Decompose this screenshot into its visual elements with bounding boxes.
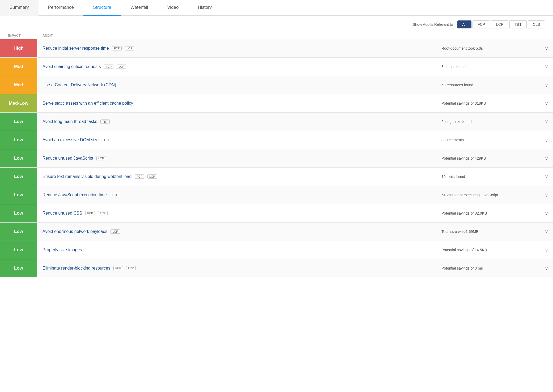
tab-waterfall[interactable]: Waterfall xyxy=(121,0,158,16)
audit-title[interactable]: Reduce initial server response time xyxy=(42,46,109,51)
audit-title[interactable]: Avoid an excessive DOM size xyxy=(42,138,99,142)
expand-chevron-icon[interactable]: ∨ xyxy=(540,192,553,198)
expand-chevron-icon[interactable]: ∨ xyxy=(540,210,553,216)
filter-btn-fcp[interactable]: FCP xyxy=(473,20,490,28)
tab-video[interactable]: Video xyxy=(158,0,188,16)
audit-title[interactable]: Serve static assets with an efficient ca… xyxy=(42,101,133,106)
audit-description: Potential savings of 318KB xyxy=(439,97,540,109)
filter-btn-lcp[interactable]: LCP xyxy=(491,20,508,28)
audit-description: Total size was 1.69MB xyxy=(439,226,540,237)
audit-row: LowReduce unused CSSFCPLCPPotential savi… xyxy=(0,204,553,222)
impact-badge: Low xyxy=(0,259,37,277)
audit-description: 548ms spent executing JavaScript xyxy=(439,189,540,201)
audit-cell: Reduce JavaScript execution timeTBT xyxy=(37,189,439,201)
audit-tag: LCP xyxy=(110,229,120,234)
audit-title[interactable]: Avoid long main-thread tasks xyxy=(42,119,97,124)
audit-cell: Ensure text remains visible during webfo… xyxy=(37,171,439,183)
audit-cell: Serve static assets with an efficient ca… xyxy=(37,97,439,109)
audit-title[interactable]: Avoid chaining critical requests xyxy=(42,64,101,69)
audit-cell: Avoid an excessive DOM sizeTBT xyxy=(37,134,439,146)
impact-badge: Med-Low xyxy=(0,94,37,112)
audit-description: 10 fonts found xyxy=(439,171,540,182)
tab-summary[interactable]: Summary xyxy=(0,0,39,16)
filter-row: Show Audits Relevant to AllFCPLCPTBTCLS xyxy=(0,20,553,32)
audit-tag: FCP xyxy=(113,266,123,270)
impact-badge: Low xyxy=(0,204,37,222)
impact-badge: Low xyxy=(0,241,37,259)
audit-title[interactable]: Use a Content Delivery Network (CDN) xyxy=(42,83,116,87)
impact-badge: Low xyxy=(0,131,37,149)
audit-description: 5 long tasks found xyxy=(439,116,540,127)
impact-badge: Low xyxy=(0,186,37,204)
filter-btn-tbt[interactable]: TBT xyxy=(509,20,526,28)
audit-tag: LCP xyxy=(125,46,134,50)
audit-description: Potential savings of 429KB xyxy=(439,152,540,164)
audit-row: LowReduce JavaScript execution timeTBT54… xyxy=(0,186,553,204)
audit-title[interactable]: Properly size images xyxy=(42,248,82,252)
impact-badge: Low xyxy=(0,113,37,131)
audit-tag: LCP xyxy=(147,174,157,179)
audit-title[interactable]: Reduce JavaScript execution time xyxy=(42,193,107,197)
impact-badge: Low xyxy=(0,223,37,241)
audit-title[interactable]: Eliminate render-blocking resources xyxy=(42,266,110,271)
expand-chevron-icon[interactable]: ∨ xyxy=(540,82,553,88)
audit-tag: FCP xyxy=(104,65,113,69)
audit-row: LowEliminate render-blocking resourcesFC… xyxy=(0,259,553,277)
impact-badge: Low xyxy=(0,149,37,167)
expand-chevron-icon[interactable]: ∨ xyxy=(540,64,553,70)
expand-chevron-icon[interactable]: ∨ xyxy=(540,229,553,235)
expand-chevron-icon[interactable]: ∨ xyxy=(540,45,553,51)
audit-title[interactable]: Reduce unused JavaScript xyxy=(42,156,93,161)
audit-description: 3 chains found xyxy=(439,61,540,73)
tab-performance[interactable]: Performance xyxy=(39,0,83,16)
audit-col-header: AUDIT xyxy=(37,34,545,37)
audit-cell: Reduce unused JavaScriptLCP xyxy=(37,152,439,164)
audit-tag: LCP xyxy=(96,156,106,160)
audit-cell: Eliminate render-blocking resourcesFCPLC… xyxy=(37,262,439,274)
audit-tag: TBT xyxy=(102,138,111,142)
expand-chevron-icon[interactable]: ∨ xyxy=(540,119,553,125)
expand-chevron-icon[interactable]: ∨ xyxy=(540,247,553,253)
expand-chevron-icon[interactable]: ∨ xyxy=(540,155,553,161)
audit-cell: Avoid long main-thread tasksTBT xyxy=(37,116,439,128)
filter-btn-cls[interactable]: CLS xyxy=(528,20,545,28)
tab-structure[interactable]: Structure xyxy=(83,0,121,16)
audit-list: HighReduce initial server response timeF… xyxy=(0,39,553,277)
audit-description: Root document took 5.0s xyxy=(439,42,540,54)
impact-badge: High xyxy=(0,39,37,57)
audit-cell: Reduce initial server response timeFCPLC… xyxy=(37,42,439,54)
audit-row: HighReduce initial server response timeF… xyxy=(0,39,553,57)
audit-cell: Properly size images xyxy=(37,244,439,256)
audit-row: LowEnsure text remains visible during we… xyxy=(0,167,553,186)
audit-description: Potential savings of 0 ms xyxy=(439,262,540,274)
audit-description: 880 elements xyxy=(439,134,540,146)
audit-row: LowProperly size imagesPotential savings… xyxy=(0,241,553,259)
main-content: Show Audits Relevant to AllFCPLCPTBTCLS … xyxy=(0,16,553,277)
audit-row: Med-LowServe static assets with an effic… xyxy=(0,94,553,112)
audit-row: LowAvoid long main-thread tasksTBT5 long… xyxy=(0,112,553,131)
impact-badge: Low xyxy=(0,168,37,186)
audit-row: LowAvoid enormous network payloadsLCPTot… xyxy=(0,222,553,241)
tab-history[interactable]: History xyxy=(188,0,222,16)
audit-row: MedAvoid chaining critical requestsFCPLC… xyxy=(0,57,553,76)
expand-chevron-icon[interactable]: ∨ xyxy=(540,265,553,271)
audit-description: Potential savings of 82.0KB xyxy=(439,207,540,219)
filter-btn-all[interactable]: All xyxy=(457,20,472,28)
audit-description: Potential savings of 14.5KB xyxy=(439,244,540,256)
audit-cell: Avoid enormous network payloadsLCP xyxy=(37,225,439,238)
audit-tag: FCP xyxy=(85,211,95,215)
tabs-container: SummaryPerformanceStructureWaterfallVide… xyxy=(0,0,553,16)
audit-tag: TBT xyxy=(110,193,119,197)
audit-title[interactable]: Avoid enormous network payloads xyxy=(42,229,107,234)
audit-row: LowReduce unused JavaScriptLCPPotential … xyxy=(0,149,553,167)
impact-badge: Med xyxy=(0,76,37,94)
audit-row: LowAvoid an excessive DOM sizeTBT880 ele… xyxy=(0,131,553,149)
expand-chevron-icon[interactable]: ∨ xyxy=(540,137,553,143)
audit-tag: FCP xyxy=(112,46,122,50)
audit-title[interactable]: Ensure text remains visible during webfo… xyxy=(42,174,131,179)
audit-cell: Avoid chaining critical requestsFCPLCP xyxy=(37,61,439,73)
expand-chevron-icon[interactable]: ∨ xyxy=(540,174,553,180)
expand-chevron-icon[interactable]: ∨ xyxy=(540,100,553,106)
tab-bar: SummaryPerformanceStructureWaterfallVide… xyxy=(0,0,553,16)
audit-title[interactable]: Reduce unused CSS xyxy=(42,211,82,216)
